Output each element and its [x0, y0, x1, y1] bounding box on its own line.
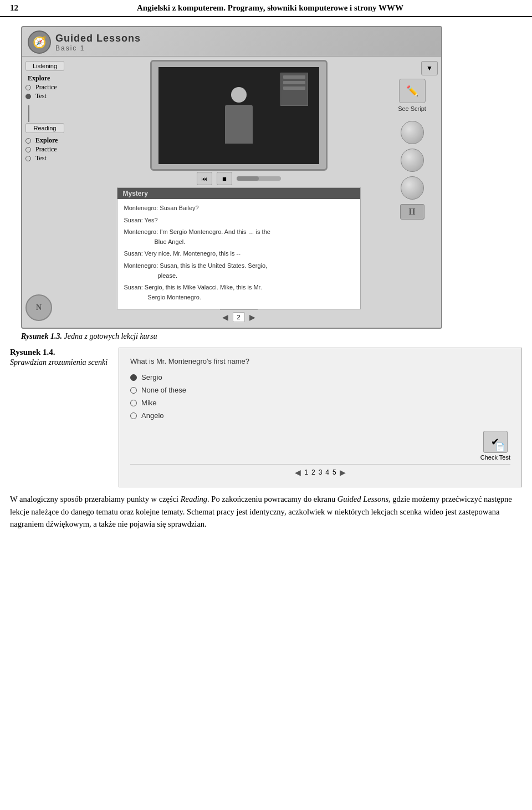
dialog-header: Mystery — [117, 188, 360, 199]
right-panel: ▼ ✏️ See Script II — [383, 57, 441, 328]
test2-label: Test — [35, 154, 47, 162]
room-decor — [280, 73, 308, 106]
practice2-label: Practice — [35, 145, 57, 154]
page-nav-bar: ◀ 2 ▶ — [220, 309, 258, 324]
quiz-window: What is Mr. Montenegro's first name? Ser… — [119, 348, 522, 487]
figure2-rysunek-label: Rysunek 1.4. — [10, 348, 108, 357]
quiz-option-3-label: Mike — [141, 399, 156, 407]
quiz-page-4[interactable]: 4 — [325, 468, 329, 476]
reading-button[interactable]: Reading — [25, 123, 64, 133]
page-number: 12 — [10, 3, 18, 13]
listening-section: Listening Explore Practice Tes — [25, 61, 91, 101]
tv-screen — [158, 67, 319, 164]
quiz-option-4[interactable]: Angelo — [130, 411, 510, 420]
figure2-label-block: Rysunek 1.4. Sprawdzian zrozumienia scen… — [10, 348, 108, 367]
quiz-option-2[interactable]: None of these — [130, 386, 510, 394]
page-prev-arrow[interactable]: ◀ — [222, 313, 228, 322]
figure1-label: Rysunek 1.3. — [21, 332, 62, 340]
body-text: W analogiczny sposób przerabiamy punkty … — [10, 493, 522, 530]
practice-label: Practice — [35, 83, 57, 91]
deco-circle-1 — [401, 121, 424, 144]
quiz-page-2[interactable]: 2 — [311, 468, 315, 476]
test2-radio — [25, 156, 31, 161]
dialog-line-5: Montenegro: Susan, this is the United St… — [124, 261, 354, 281]
explore-label: Explore — [28, 74, 50, 83]
quiz-radio-4 — [130, 412, 137, 419]
deco-rect: II — [400, 204, 424, 220]
dialog-box: Mystery Montenegro: Susan Bailey? Susan:… — [117, 187, 361, 309]
rewind-button[interactable]: ⏮ — [197, 172, 212, 185]
quiz-page-numbers: 1 — [304, 468, 308, 476]
see-script-button[interactable]: ✏️ See Script — [398, 79, 426, 112]
sidebar-bottom: N — [25, 294, 91, 321]
quiz-option-1-label: Sergio — [141, 373, 162, 381]
tv-display — [150, 60, 328, 171]
decoration-row: II — [400, 121, 424, 220]
explore2-radio — [25, 138, 31, 144]
quiz-page-nav: ◀ 1 2 3 4 5 ▶ — [130, 464, 510, 480]
body-paragraph-1: W analogiczny sposób przerabiamy punkty … — [10, 493, 522, 530]
page-next-arrow[interactable]: ▶ — [249, 313, 255, 322]
quiz-radio-2 — [130, 387, 137, 394]
dialog-line-1: Montenegro: Susan Bailey? — [124, 203, 354, 213]
practice2-radio — [25, 147, 31, 152]
test-item[interactable]: Test — [25, 92, 91, 100]
main-content: 🧭 Guided Lessons Basic 1 Listening Explo… — [0, 17, 532, 545]
quiz-option-2-label: None of these — [141, 386, 186, 394]
check-test-icon: ✔ 📄 — [483, 431, 508, 453]
figure1-caption: Rysunek 1.3. Jedna z gotowych lekcji kur… — [21, 332, 157, 341]
figure1-text: Jedna z gotowych lekcji kursu — [64, 332, 157, 340]
listening-button[interactable]: Listening — [25, 61, 64, 71]
quiz-option-3[interactable]: Mike — [130, 399, 510, 407]
quiz-radio-3 — [130, 400, 137, 406]
quiz-page-3[interactable]: 3 — [319, 468, 323, 476]
quiz-option-4-label: Angelo — [141, 411, 163, 420]
deco-circle-2 — [401, 149, 424, 172]
quiz-page-5[interactable]: 5 — [332, 468, 336, 476]
reading-emphasis: Reading — [181, 495, 207, 503]
test2-item[interactable]: Test — [25, 154, 91, 162]
app-subtitle-label: Basic 1 — [55, 44, 85, 52]
explore2-item: Explore — [25, 136, 91, 145]
check-test-button[interactable]: ✔ 📄 Check Test — [480, 431, 510, 461]
stop-button[interactable]: ⏹ — [217, 172, 232, 185]
dialog-line-4: Susan: Very nice. Mr. Montenegro, this i… — [124, 249, 354, 259]
dialog-line-6: Susan: Sergio, this is Mike Valacci. Mik… — [124, 283, 354, 302]
guided-lessons-emphasis: Guided Lessons — [337, 495, 388, 503]
explore-item: Explore — [25, 74, 91, 83]
see-script-icon: ✏️ — [399, 79, 426, 103]
figure2-sublabel: Sprawdzian zrozumienia scenki — [10, 358, 108, 367]
center-area: ⏮ ⏹ Mystery Montenegro: Susan Bailey? Su… — [94, 57, 383, 328]
page-title: Angielski z komputerem. Programy, słowni… — [18, 3, 522, 13]
practice2-item[interactable]: Practice — [25, 145, 91, 154]
controls-bar: ⏮ ⏹ — [197, 172, 281, 185]
test-label: Test — [35, 92, 47, 100]
see-script-label: See Script — [398, 105, 426, 112]
page-nav-number: 2 — [233, 312, 245, 322]
quiz-bottom: ✔ 📄 Check Test — [130, 431, 510, 461]
quiz-next-arrow[interactable]: ▶ — [340, 468, 346, 477]
nav-arrow-button[interactable]: ▼ — [421, 61, 438, 75]
quiz-radio-1 — [130, 374, 137, 381]
dialog-line-2: Susan: Yes? — [124, 216, 354, 226]
figure1-container: 🧭 Guided Lessons Basic 1 Listening Explo… — [10, 26, 522, 341]
page-header: 12 Angielski z komputerem. Programy, sło… — [0, 0, 532, 17]
person-body — [225, 105, 253, 144]
volume-slider[interactable] — [237, 176, 281, 181]
app-body: Listening Explore Practice Tes — [22, 57, 441, 328]
practice-radio — [25, 85, 31, 90]
vertical-divider — [28, 105, 29, 122]
practice-item[interactable]: Practice — [25, 83, 91, 91]
app-title-text: Guided Lessons Basic 1 — [55, 33, 141, 52]
check-test-label: Check Test — [480, 454, 510, 461]
compass-icon: 🧭 — [28, 30, 51, 54]
left-sidebar: Listening Explore Practice Tes — [22, 57, 94, 328]
test-radio — [25, 94, 31, 99]
quiz-prev-arrow[interactable]: ◀ — [295, 468, 301, 477]
app-title-bar: 🧭 Guided Lessons Basic 1 — [22, 27, 441, 57]
dialog-line-3: Montenegro: I'm Sergio Montenegro. And t… — [124, 227, 354, 247]
dialog-content: Montenegro: Susan Bailey? Susan: Yes? Mo… — [117, 199, 360, 309]
quiz-option-1[interactable]: Sergio — [130, 373, 510, 381]
figure2-container: Rysunek 1.4. Sprawdzian zrozumienia scen… — [10, 348, 522, 487]
app-title-label: Guided Lessons — [55, 33, 141, 44]
